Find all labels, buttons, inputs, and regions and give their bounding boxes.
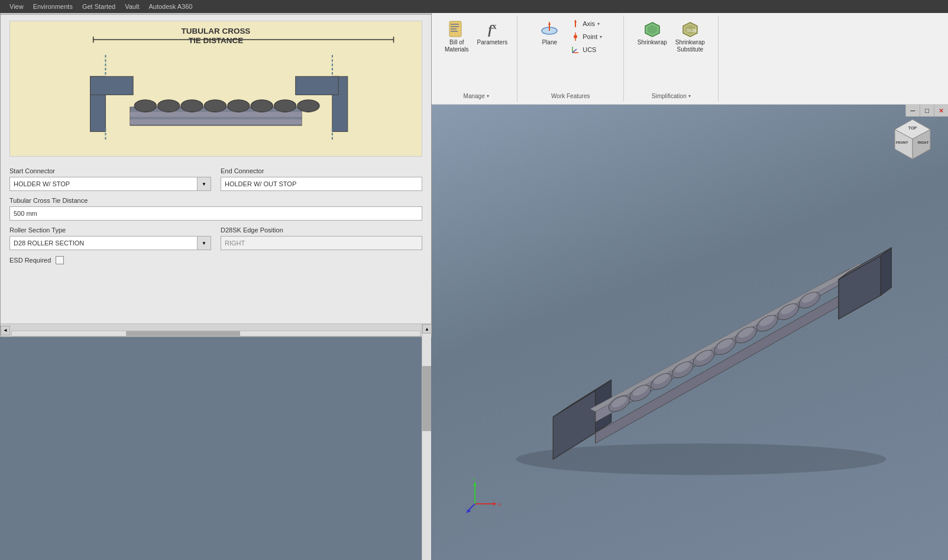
diagram-svg: TUBULAR CROSS TIE DISTANCE [10,21,422,156]
svg-point-43 [251,100,273,112]
bom-icon [447,20,466,39]
svg-rect-1 [451,24,459,25]
roller-section-label: Roller Section Type [9,226,211,234]
svg-text:TOP: TOP [908,126,917,130]
point-icon [571,32,580,41]
esd-label: ESD Required [9,257,51,264]
viewport-minimize-btn[interactable]: ─ [905,105,920,116]
roller-row: Roller Section Type D28 ROLLER SECTION D… [9,226,422,250]
svg-marker-60 [590,264,865,412]
svg-rect-4 [451,31,458,32]
manage-buttons: Start Connector Bill ofMaterials fx Para… [442,18,510,90]
bom-button[interactable]: Start Connector Bill ofMaterials [442,18,471,56]
form-area: Start Connector HOLDER W/ STOP HOLDER W/… [1,163,431,323]
svg-point-40 [181,100,203,112]
roller-section-wrapper: D28 ROLLER SECTION D32 ROLLER SECTION D3… [9,236,211,250]
parameters-button[interactable]: fx Parameters [475,18,510,48]
svg-rect-37 [130,119,302,124]
menu-get-started[interactable]: Get Started [77,3,120,10]
svg-point-44 [274,100,296,112]
esd-row: ESD Required [9,256,422,264]
svg-text:SUB: SUB [687,28,696,33]
axis-point-ucs-group: Axis ▾ Point ▾ [568,18,604,56]
simplification-label: Simplification ▾ [652,93,691,99]
bom-label-text: Bill ofMaterials [445,39,469,53]
plane-label: Plane [542,39,557,46]
shrinkwrap-label: Shrinkwrap [638,39,667,46]
svg-rect-32 [296,76,339,95]
conveyor-3d [490,134,913,530]
svg-point-41 [204,100,226,112]
edge-position-input [221,236,422,250]
point-label: Point [583,33,597,40]
menu-environments[interactable]: Environments [28,3,77,10]
roller-section-select[interactable]: D28 ROLLER SECTION D32 ROLLER SECTION D3… [9,236,211,250]
edge-position-label: D28SK Edge Position [221,226,422,234]
svg-line-15 [572,49,577,53]
svg-marker-9 [574,20,577,22]
plane-icon [540,20,559,39]
ucs-button[interactable]: UCS [568,44,604,56]
svg-text:TIE DISTANCE: TIE DISTANCE [189,36,244,45]
svg-marker-7 [548,21,551,25]
shrinkwrap-button[interactable]: Shrinkwrap [635,18,669,48]
svg-marker-88 [473,482,477,485]
svg-point-38 [134,100,156,112]
parameters-icon: fx [483,20,501,39]
point-button[interactable]: Point ▾ [568,31,604,43]
svg-text:Y: Y [473,477,476,482]
point-arrow: ▾ [600,34,602,40]
end-connector-label: End Connector [221,167,422,174]
shrinkwrap-icon [643,20,662,39]
axis-button[interactable]: Axis ▾ [568,18,604,30]
edge-position-col: D28SK Edge Position [221,226,422,250]
ribbon-section-manage: Start Connector Bill ofMaterials fx Para… [435,15,517,102]
diagram-area: TUBULAR CROSS TIE DISTANCE [9,21,422,157]
dialog-scrollbar-area: ◄ ► ▲ ▼ [1,323,431,336]
start-connector-col: Start Connector HOLDER W/ STOP HOLDER W/… [9,167,211,191]
connector-row: Start Connector HOLDER W/ STOP HOLDER W/… [9,167,422,191]
tubular-input[interactable] [9,206,422,221]
svg-point-39 [158,100,180,112]
ucs-label: UCS [583,46,596,53]
manage-dropdown-arrow[interactable]: ▾ [487,93,489,99]
ribbon-content: Start Connector Bill ofMaterials fx Para… [431,13,948,104]
menu-autodesk-a360[interactable]: Autodesk A360 [144,3,197,10]
start-connector-select[interactable]: HOLDER W/ STOP HOLDER W/O STOP FIXED END [9,177,211,191]
svg-marker-57 [596,290,849,444]
axis-label: Axis [583,20,595,27]
work-features-buttons: Plane Axis ▾ Point [536,18,604,90]
svg-point-10 [574,35,577,38]
esd-checkbox[interactable] [56,256,64,264]
svg-rect-36 [130,112,302,116]
menu-view[interactable]: View [5,3,28,10]
top-menu-bar: View Environments Get Started Vault Auto… [0,0,948,13]
svg-rect-28 [90,76,134,95]
ribbon-toolbar: Start Connector Bill ofMaterials fx Para… [431,13,948,105]
scroll-up-btn[interactable]: ▲ [422,324,432,334]
conveyor-3d-svg [490,134,913,530]
tubular-row: Tubular Cross Tie Distance [9,197,422,221]
ribbon-section-simplification: Shrinkwrap SUB ShrinkwrapSubstitute Simp… [624,15,719,102]
tubular-label: Tubular Cross Tie Distance [9,197,422,204]
scroll-left-btn[interactable]: ◄ [1,326,10,335]
end-connector-input[interactable] [221,177,422,191]
svg-text:RIGHT: RIGHT [918,141,929,144]
svg-point-45 [297,100,319,112]
viewport-maximize-btn[interactable]: □ [920,105,934,116]
start-connector-wrapper: HOLDER W/ STOP HOLDER W/O STOP FIXED END… [9,177,211,191]
shrinkwrap-substitute-button[interactable]: SUB ShrinkwrapSubstitute [673,18,707,56]
coordinate-axes: X Y Z [466,477,501,513]
svg-marker-63 [881,248,891,295]
work-features-label: Work Features [551,93,590,99]
viewport-close-btn[interactable]: ✕ [934,105,948,116]
plane-button[interactable]: Plane [536,18,562,48]
shrinkwrap-substitute-icon: SUB [681,20,700,39]
simplification-arrow[interactable]: ▾ [688,93,691,99]
menu-vault[interactable]: Vault [120,3,144,10]
svg-marker-85 [493,502,497,506]
dialog-panel: XLEAN CONVEYOR TRACK ✕ TUBULAR CROSS TIE… [0,0,432,337]
3d-viewport[interactable]: ─ □ ✕ TOP RIGHT FRONT [431,105,948,560]
svg-text:Z: Z [466,509,469,513]
svg-text:X: X [498,502,501,507]
